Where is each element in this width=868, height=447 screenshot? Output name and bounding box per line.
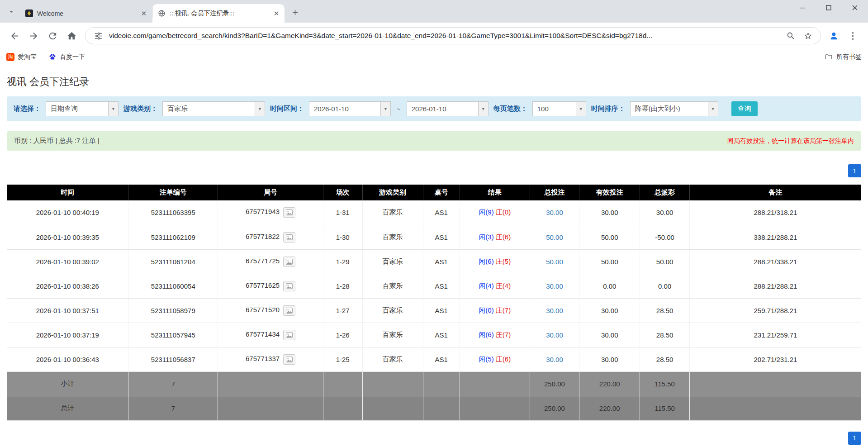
game-kind-dropdown[interactable]: 百家乐 ▼ [162,101,265,116]
total-bet-link[interactable]: 30.00 [546,282,563,290]
round-video-button[interactable] [283,305,295,316]
tab-close-icon[interactable]: ✕ [139,9,148,18]
zoom-indicator-button[interactable] [784,29,797,42]
result-banker: 庄(4) [496,282,511,290]
cell-round: 675771434 [218,323,323,347]
query-button[interactable]: 查询 [731,101,758,116]
close-window-button[interactable] [842,0,868,15]
tab-betrecord[interactable]: :::视讯. 会员下注纪录::: ✕ [152,4,285,23]
subtotal-empty-cell [689,371,861,396]
maximize-button[interactable] [816,0,842,15]
round-video-button[interactable] [283,232,295,243]
tab-search-chevron-icon[interactable] [5,5,18,19]
total-bet-link[interactable]: 30.00 [546,331,563,339]
address-bar[interactable]: videoie.com/game/betrecord_search/kind3?… [85,27,821,44]
bet-table-row: 2026-01-10 00:37:51523111058979675771520… [7,298,862,323]
home-icon [66,31,77,41]
tab-close-icon[interactable]: ✕ [272,9,281,18]
bet-table-row: 2026-01-10 00:38:26523111060054675771625… [7,274,862,298]
site-info-button[interactable] [92,29,104,42]
round-video-button[interactable] [283,207,295,218]
round-number: 675771337 [246,355,280,362]
cell-session: 1-27 [323,298,362,323]
bet-table-row: 2026-01-10 00:40:19523111063395675771943… [7,200,862,225]
url-text[interactable]: videoie.com/game/betrecord_search/kind3?… [109,32,780,40]
menu-kebab-button[interactable] [844,27,862,45]
round-number: 675771725 [246,257,280,265]
dropdown-caret-icon[interactable]: ▼ [380,101,391,116]
dropdown-caret-icon[interactable]: ▼ [708,101,718,116]
result-player: 闲(5) [479,355,493,363]
video-replay-icon [286,259,293,265]
cell-note: 338.21/288.21 [689,225,861,249]
cell-payout: 28.50 [640,298,690,323]
filter-select-label: 请选择： [14,105,41,113]
cell-result: 闲(4) 庄(4) [460,274,530,298]
cell-total-bet: 50.00 [530,225,579,249]
select-type-dropdown[interactable]: 日期查询 ▼ [46,101,119,116]
bet-table-row: 2026-01-10 00:36:43523111056837675771337… [7,347,862,371]
per-page-dropdown[interactable]: 100 ▼ [532,101,586,116]
sort-dropdown[interactable]: 降幂(由大到小) ▼ [630,101,718,116]
date-start-picker[interactable]: 2026-01-10 ▼ [309,101,391,116]
back-button[interactable] [5,27,24,45]
round-video-button[interactable] [283,281,295,291]
table-summary: 小计 7 250.00 220.00 115.50 总计 7 [7,371,862,420]
new-tab-button[interactable] [288,5,302,19]
cell-round: 675771725 [218,249,323,274]
refresh-button[interactable] [43,27,62,45]
cell-bet-id: 523111058979 [128,298,218,323]
subtotal-empty-cell [423,371,460,396]
header-payout: 总派彩 [640,185,690,200]
cell-time: 2026-01-10 00:39:35 [7,225,128,249]
per-page-value: 100 [532,101,576,116]
browser-toolbar: videoie.com/game/betrecord_search/kind3?… [0,23,868,49]
header-valid-bet: 有效投注 [579,185,640,200]
status-bar: 币别 : 人民币 | 总共 :7 注单 | 同局有效投注，统一计算在该局第一张注… [7,131,861,151]
cell-game-kind: 百家乐 [362,298,423,323]
round-video-button[interactable] [283,330,295,340]
zoom-indicator-icon [786,31,796,41]
pagination-top: 1 [7,164,861,177]
cell-game-kind: 百家乐 [362,200,423,225]
menu-kebab-icon [848,31,858,41]
page-1-button[interactable]: 1 [848,164,861,177]
bookmark-taobao[interactable]: 淘 爱淘宝 [6,53,37,61]
bookmark-baidu[interactable]: 百度一下 [48,53,85,61]
bet-table-body: 2026-01-10 00:40:19523111063395675771943… [7,200,862,371]
minimize-icon [800,5,805,10]
window-close-icon [852,5,858,10]
result-banker: 庄(6) [496,233,511,241]
cell-session: 1-29 [323,249,362,274]
cell-bet-id: 523111060054 [128,274,218,298]
dropdown-caret-icon[interactable]: ▼ [255,101,265,116]
cell-round: 675771520 [218,298,323,323]
cell-bet-id: 523111063395 [128,200,218,225]
header-result: 结果 [460,185,530,200]
total-bet-link[interactable]: 30.00 [546,307,563,314]
tab-welcome[interactable]: Welcome ✕ [20,4,152,23]
minimize-button[interactable] [789,0,816,15]
total-valid-bet: 220.00 [579,396,640,420]
round-video-button[interactable] [283,354,295,365]
dropdown-caret-icon[interactable]: ▼ [108,101,119,116]
dropdown-caret-icon[interactable]: ▼ [478,101,489,116]
profile-button[interactable] [825,27,843,45]
result-banker: 庄(7) [496,331,511,338]
page-1-button[interactable]: 1 [848,432,861,445]
all-bookmarks[interactable]: 所有书签 [818,53,862,61]
forward-button[interactable] [24,27,43,45]
total-bet-link[interactable]: 30.00 [546,209,563,216]
cell-valid-bet: 30.00 [579,323,640,347]
video-replay-icon [286,308,293,314]
filter-game-kind-label: 游戏类别： [123,105,157,113]
date-end-picker[interactable]: 2026-01-10 ▼ [407,101,489,116]
total-bet-link[interactable]: 50.00 [546,233,563,241]
bookmark-star-button[interactable] [802,29,814,42]
total-bet-link[interactable]: 50.00 [546,258,563,266]
home-button[interactable] [62,27,81,45]
round-video-button[interactable] [283,257,295,267]
total-bet-link[interactable]: 30.00 [546,356,563,363]
dropdown-caret-icon[interactable]: ▼ [576,101,586,116]
bookmark-star-icon [803,31,813,41]
